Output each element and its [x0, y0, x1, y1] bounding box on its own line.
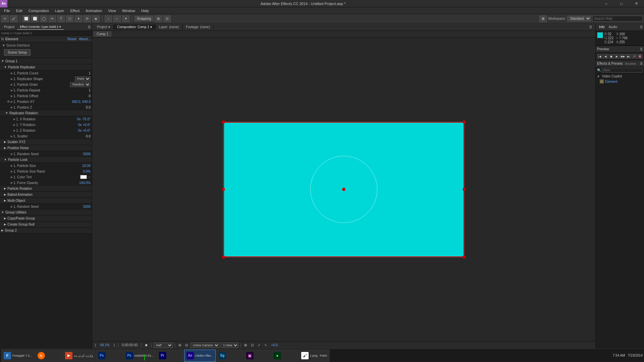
- menu-edit[interactable]: Edit: [13, 8, 25, 13]
- handle-tr[interactable]: [463, 121, 466, 123]
- menu-composition[interactable]: Composition: [26, 8, 52, 13]
- tab-info[interactable]: Info: [597, 24, 607, 29]
- replicator-rotation-header[interactable]: ▼Replicator Rotation: [0, 110, 92, 116]
- search-help-input[interactable]: [592, 16, 643, 21]
- handle-br[interactable]: [463, 256, 466, 258]
- task-eslah[interactable]: Ps eslah800-93...: [123, 350, 156, 362]
- toolbar-btn-14[interactable]: ✦: [122, 15, 129, 22]
- color-tint-swatch[interactable]: [80, 175, 87, 179]
- toolbar-btn-11[interactable]: ◈: [92, 15, 100, 22]
- vc-zoom[interactable]: (: [94, 343, 97, 347]
- toolbar-btn-8[interactable]: ⬡: [66, 15, 73, 22]
- prop-random-seed-2[interactable]: ▶ 1. Random Seed5000: [0, 204, 92, 209]
- task-premiere[interactable]: Pr: [157, 350, 183, 362]
- vc-btn4[interactable]: ⤡: [263, 343, 268, 347]
- toolbar-btn-2[interactable]: 🖊: [10, 15, 17, 22]
- multi-object-header[interactable]: ▶Multi-Object: [0, 198, 92, 204]
- position-noise-header[interactable]: ▶Position Noise: [0, 145, 92, 151]
- toolbar-btn-3[interactable]: ⬜: [22, 15, 30, 22]
- reset-button[interactable]: Reset: [67, 37, 76, 41]
- group2-header[interactable]: ▶Group 2: [0, 228, 92, 234]
- prop-replicator-shape[interactable]: ▶ 1. Replicator Shape Point: [0, 76, 92, 82]
- workspace-select[interactable]: Standard: [567, 16, 591, 21]
- minimize-button[interactable]: ─: [599, 0, 614, 7]
- handle-ml[interactable]: [222, 188, 225, 191]
- prev-first[interactable]: |◀: [597, 54, 602, 59]
- vc-quality-select[interactable]: HalfFullThirdQuarter: [154, 343, 173, 348]
- prop-color-tint[interactable]: ▶ 1. Color Tint —: [0, 174, 92, 180]
- particle-rotation-header[interactable]: ▶Particle Rotation: [0, 186, 92, 192]
- toolbar-btn-5[interactable]: ◯: [40, 15, 47, 22]
- panel-menu-btn[interactable]: ☰: [88, 25, 91, 29]
- baked-animation-header[interactable]: ▶Baked Animation: [0, 192, 92, 198]
- vc-view-select[interactable]: 1 View: [221, 343, 238, 348]
- vc-zoom-close[interactable]: ): [112, 343, 116, 347]
- prop-random-seed-1[interactable]: ▶ 1. Random Seed5000: [0, 151, 92, 157]
- particle-look-header[interactable]: ▼Particle Look: [0, 157, 92, 163]
- task-aftereffects[interactable]: Ae Adobe After...: [184, 350, 216, 362]
- preview-menu[interactable]: ☰: [640, 48, 643, 51]
- vc-zoom-value[interactable]: 49.1%: [99, 343, 111, 347]
- info-panel-menu[interactable]: ☰: [640, 25, 643, 29]
- toolbar-btn-9[interactable]: ✦: [75, 15, 82, 22]
- tab-footage[interactable]: Footage: (none): [182, 24, 213, 29]
- vc-btn3[interactable]: ⤢: [256, 343, 262, 347]
- task-firefox[interactable]: fx: [35, 350, 62, 362]
- tab-effect-controls[interactable]: Effect Controls: Cyan Solid 2 ▾: [17, 24, 63, 30]
- playhead[interactable]: [144, 355, 145, 360]
- task-speedgrade[interactable]: Sg: [216, 350, 243, 362]
- menu-view[interactable]: View: [105, 8, 119, 13]
- scatter-xyz-header[interactable]: ▶Scatter XYZ: [0, 139, 92, 145]
- menu-window[interactable]: Window: [119, 8, 138, 13]
- toolbar-btn-7[interactable]: T: [57, 15, 65, 22]
- prop-z-rotation[interactable]: ▶ 1. Z Rotation0x +0.0°: [0, 128, 92, 133]
- effects-menu[interactable]: ☰: [640, 62, 643, 65]
- snapping-button[interactable]: Snapping: [135, 16, 153, 21]
- tab-audio[interactable]: Audio: [607, 24, 620, 29]
- menu-file[interactable]: File: [1, 8, 13, 13]
- toolbar-btn-snap2[interactable]: ⊡: [163, 15, 171, 22]
- menu-effect[interactable]: Effect: [67, 8, 82, 13]
- group1-header[interactable]: ▼Group 1: [0, 58, 92, 64]
- toolbar-btn-monitor[interactable]: 🖥: [539, 15, 547, 22]
- close-button[interactable]: ✕: [629, 0, 644, 7]
- create-group-null-header[interactable]: ▶Create Group Null: [0, 222, 92, 228]
- prop-x-rotation[interactable]: ▶ 1. X Rotation0x -75.0°: [0, 116, 92, 122]
- particle-replicator-header[interactable]: ▼Particle Replicator: [0, 64, 92, 70]
- prop-particle-size-rand[interactable]: ▶ 1. Particle Size Rand0.0%: [0, 169, 92, 174]
- vc-record[interactable]: ⏺: [143, 343, 149, 347]
- viewer-menu[interactable]: ☰: [587, 25, 594, 29]
- toolbar-btn-snap[interactable]: ⊞: [155, 15, 162, 22]
- vc-camera-select[interactable]: Active Camera: [191, 343, 219, 348]
- prev-stop[interactable]: ◼: [609, 54, 614, 59]
- group-utilities-header[interactable]: ▼Group Utilities: [0, 209, 92, 216]
- tab-project[interactable]: Project: [1, 24, 17, 29]
- prev-back[interactable]: ◀: [603, 54, 608, 59]
- tab-layer[interactable]: Layer: (none): [156, 24, 182, 29]
- handle-mr[interactable]: [463, 188, 466, 191]
- task-photoshop[interactable]: Ps: [96, 350, 123, 362]
- prop-particle-size[interactable]: ▶ 1. Particle Size10.00: [0, 163, 92, 169]
- about-button[interactable]: About...: [79, 37, 91, 41]
- comp1-tab[interactable]: Comp 1: [94, 32, 111, 37]
- task-freegate[interactable]: F Freegate 7.3...: [1, 350, 35, 362]
- particle-order-select[interactable]: Random: [70, 82, 91, 87]
- toolbar-btn-4[interactable]: ⬜: [31, 15, 39, 22]
- prop-y-rotation[interactable]: ▶ 1. Y Rotation0x +0.0°: [0, 122, 92, 128]
- maximize-button[interactable]: □: [614, 0, 629, 7]
- handle-tl[interactable]: [222, 121, 225, 123]
- prop-force-opacity[interactable]: ▶ 1. Force Opacity100.0%: [0, 180, 92, 186]
- brushes-tab[interactable]: Brushes: [625, 62, 636, 65]
- toolbar-btn-10[interactable]: ⟳: [84, 15, 91, 22]
- handle-bl[interactable]: [222, 256, 225, 258]
- toolbar-btn-1[interactable]: ↩: [1, 15, 9, 22]
- prev-play[interactable]: ▶: [614, 54, 620, 59]
- task-paint[interactable]: 🖌 1.png - Paint: [299, 350, 329, 362]
- copy-paste-group-header[interactable]: ▶Copy/Paste Group: [0, 216, 92, 222]
- toolbar-btn-12[interactable]: ↕: [105, 15, 112, 22]
- toolbar-btn-13[interactable]: ↔: [113, 15, 121, 22]
- prev-loop[interactable]: ↺: [632, 54, 637, 59]
- prop-particle-order[interactable]: ▶ 1. Particle Order Random: [0, 82, 92, 87]
- prop-position-xy[interactable]: ▶ 1. Position XY560.0, 540.0: [0, 99, 92, 105]
- prev-last[interactable]: ▶|: [626, 54, 631, 59]
